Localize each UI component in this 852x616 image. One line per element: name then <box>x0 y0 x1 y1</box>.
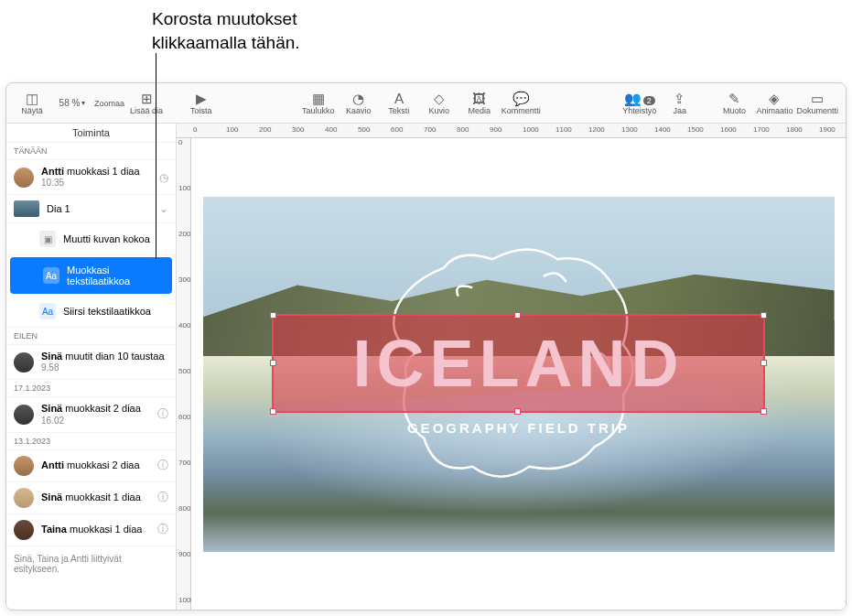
activity-row[interactable]: Taina muokkasi 1 diaa ⓘ <box>6 514 176 546</box>
comment-button[interactable]: 💬Kommentti <box>501 85 541 122</box>
section-yesterday: Eilen <box>6 328 176 345</box>
add-slide-icon: ⊞ <box>141 92 153 105</box>
add-slide-button[interactable]: ⊞Lisää dia <box>128 85 165 122</box>
avatar <box>14 520 34 540</box>
zoom-button[interactable]: 58 %▾ <box>54 85 91 122</box>
callout-line <box>156 53 156 259</box>
doc-icon: ▭ <box>811 92 824 105</box>
ruler-horizontal: 0100200300400500600700800900100011001200… <box>177 124 846 138</box>
title-textbox[interactable]: ICELAND <box>272 314 764 414</box>
text-icon: 𝖠 <box>394 92 404 105</box>
app-window: ◫Näytä 58 %▾ Zoomaa ⊞Lisää dia ▶Toista ▦… <box>5 82 847 611</box>
activity-row[interactable]: Antti muokkasi 2 diaa ⓘ <box>6 450 176 482</box>
slide[interactable]: ICELAND GEOGRAPHY FIELD TRIP <box>203 197 835 552</box>
info-icon[interactable]: ⓘ <box>157 458 168 473</box>
table-icon: ▦ <box>312 92 325 105</box>
clock-icon: ◷ <box>159 171 168 184</box>
ruler-vertical: 01002003004005006007008009001000 <box>177 138 191 610</box>
info-icon[interactable]: ⓘ <box>157 406 168 422</box>
section-today: TÄNÄÄN <box>6 143 176 160</box>
canvas[interactable]: 0100200300400500600700800900100011001200… <box>177 124 846 610</box>
image-icon: ▣ <box>39 231 56 247</box>
share-button[interactable]: ⇪Jaa <box>662 85 698 122</box>
callout-annotation: Korosta muutokset klikkaamalla tähän. <box>152 7 300 54</box>
slide-row[interactable]: Dia 1 ⌄ <box>6 195 176 223</box>
activity-row[interactable]: Sinä muokkasit 1 diaa ⓘ <box>6 482 176 514</box>
format-button[interactable]: ✎Muoto <box>716 85 752 122</box>
chevron-down-icon: ▾ <box>81 99 85 107</box>
activity-row[interactable]: Sinä muokkasit 2 diaa16.02 ⓘ <box>6 397 176 432</box>
diamond-icon: ◈ <box>769 92 780 105</box>
info-icon[interactable]: ⓘ <box>157 522 168 537</box>
avatar <box>14 456 34 476</box>
toolbar: ◫Näytä 58 %▾ Zoomaa ⊞Lisää dia ▶Toista ▦… <box>6 83 846 124</box>
activity-sidebar: Toiminta TÄNÄÄN Antti muokkasi 1 diaa10.… <box>6 124 177 610</box>
comment-icon: 💬 <box>512 92 530 105</box>
slide-thumb <box>14 200 39 217</box>
sidebar-icon: ◫ <box>26 92 38 105</box>
play-button[interactable]: ▶Toista <box>183 85 220 122</box>
collab-button[interactable]: 👥2Yhteistyö <box>621 85 658 122</box>
change-item[interactable]: ▣ Muutti kuvan kokoa <box>6 223 176 255</box>
avatar <box>14 405 34 425</box>
avatar <box>14 168 34 188</box>
avatar <box>14 352 34 373</box>
change-item[interactable]: Aa Siirsi tekstilaatikkoa <box>6 296 176 328</box>
share-icon: ⇪ <box>674 92 685 105</box>
activity-row[interactable]: Antti muokkasi 1 diaa10.35 ◷ <box>6 160 176 195</box>
zoom-label: Zoomaa <box>94 85 124 122</box>
brush-icon: ✎ <box>728 92 740 105</box>
text-aa-icon: Aa <box>39 303 56 319</box>
section-date: 17.1.2023 <box>6 380 176 397</box>
avatar <box>14 488 34 508</box>
animate-button[interactable]: ◈Animaatio <box>756 85 793 122</box>
text-button[interactable]: 𝖠Teksti <box>381 85 417 122</box>
text-aa-icon: Aa <box>43 267 59 284</box>
people-icon: 👥2 <box>624 92 655 105</box>
document-button[interactable]: ▭Dokumentti <box>796 85 838 122</box>
info-icon[interactable]: ⓘ <box>157 490 168 505</box>
media-button[interactable]: 🖼Media <box>461 85 498 122</box>
chart-button[interactable]: ◔Kaavio <box>340 85 377 122</box>
change-item-selected[interactable]: Aa Muokkasi tekstilaatikkoa <box>10 257 172 294</box>
play-icon: ▶ <box>196 92 207 105</box>
sidebar-footer: Sinä, Taina ja Antti liittyivät esitykse… <box>6 546 176 581</box>
shape-icon: ◇ <box>434 92 445 105</box>
view-button[interactable]: ◫Näytä <box>14 85 50 122</box>
sidebar-title: Toiminta <box>6 124 176 143</box>
slide-subtitle[interactable]: GEOGRAPHY FIELD TRIP <box>203 420 835 436</box>
shape-button[interactable]: ◇Kuvio <box>421 85 458 122</box>
section-date: 13.1.2023 <box>6 433 176 450</box>
media-icon: 🖼 <box>472 92 486 105</box>
slide-title: ICELAND <box>352 326 684 401</box>
chevron-down-icon[interactable]: ⌄ <box>159 202 168 215</box>
activity-row[interactable]: Sinä muutit dian 10 taustaa9.58 <box>6 345 176 380</box>
table-button[interactable]: ▦Taulukko <box>300 85 337 122</box>
chart-icon: ◔ <box>352 92 364 105</box>
